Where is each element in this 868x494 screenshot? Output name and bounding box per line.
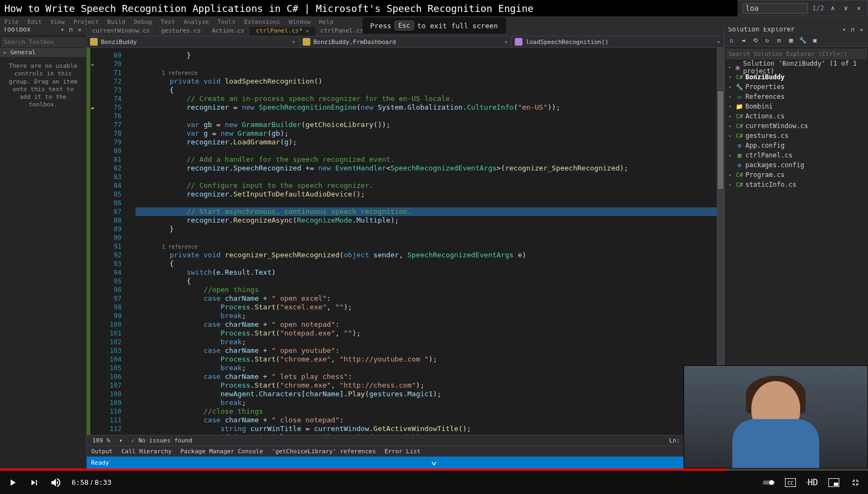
find-input[interactable] [743, 3, 808, 14]
find-count: 1/2 [812, 4, 824, 12]
find-close-icon[interactable]: ✕ [854, 4, 863, 12]
file-program[interactable]: ▸C#Program.cs [725, 170, 868, 180]
svg-text:CC: CC [788, 480, 794, 486]
toolbox-panel: Toolbox ▾ ⊓ ✕ General There are no usabl… [0, 24, 87, 468]
autoplay-toggle[interactable] [763, 477, 775, 489]
exit-fullscreen-icon[interactable] [850, 477, 861, 489]
preview-icon[interactable]: ▣ [810, 36, 819, 45]
method-icon [515, 38, 522, 46]
svg-rect-5 [834, 483, 838, 486]
fullscreen-hint: Press Esc to exit full screen [362, 17, 506, 34]
file-appconfig[interactable]: ⚙App.config [725, 141, 868, 150]
captions-icon[interactable]: CC [784, 477, 796, 489]
toolbox-empty-message: There are no usable controls in this gro… [0, 57, 86, 115]
esc-key: Esc [394, 21, 414, 30]
youtube-player-controls: 6:58 / 8:33 CC HD [0, 468, 868, 494]
zoom-level[interactable]: 109 % [92, 437, 110, 444]
tab-error-list[interactable]: Error List [380, 447, 425, 456]
tab-pkg-mgr[interactable]: Package Manager Console [176, 447, 267, 456]
tab-references[interactable]: 'getChoiceLibrary' references [267, 447, 380, 456]
time-display: 6:58 / 8:33 [72, 478, 111, 486]
play-button[interactable] [7, 477, 18, 489]
track-changes-gutter [90, 48, 94, 435]
close-icon[interactable]: ✕ [306, 28, 309, 34]
show-all-icon[interactable]: ▦ [787, 36, 795, 45]
properties-node[interactable]: ▸🔧Properties [725, 82, 868, 92]
class-icon [303, 38, 310, 46]
file-packages[interactable]: ⚙packages.config [725, 160, 868, 170]
toolbox-search-input[interactable] [1, 37, 85, 47]
bottom-tool-tabs: Output Call Hierarchy Package Manager Co… [87, 446, 724, 457]
fold-gutter[interactable] [126, 48, 133, 435]
references-node[interactable]: ▸▭References [725, 92, 868, 102]
solution-toolbar: ⌂ ◄ ⟲ ↻ ⊟ ▦ 🔧 ▣ [725, 35, 868, 47]
issues-indicator[interactable]: No issues found [131, 437, 193, 444]
miniplayer-icon[interactable] [828, 477, 840, 489]
find-next-icon[interactable]: ∨ [841, 4, 850, 12]
properties-icon[interactable]: 🔧 [799, 36, 807, 45]
home-icon[interactable]: ⌂ [727, 36, 736, 45]
nav-class[interactable]: BonziBuddy.FrmDashboard▾ [299, 36, 512, 47]
chevron-down-icon[interactable]: ⌄ [431, 454, 437, 467]
find-bar: 1/2 ∧ ∨ ✕ [738, 0, 868, 16]
tab-call-hierarchy[interactable]: Call Hierarchy [117, 447, 176, 456]
scrollbar-thumb[interactable] [718, 91, 723, 189]
solution-node[interactable]: ▾▣Solution 'BonziBuddy' (1 of 1 project) [725, 62, 868, 72]
settings-icon[interactable]: HD [806, 477, 818, 489]
video-title: How to Write Speech Recognition Applicat… [4, 3, 533, 14]
nav-bar: BonziBuddy▾ BonziBuddy.FrmDashboard▾ loa… [87, 36, 724, 48]
csharp-project-icon [90, 38, 98, 46]
volume-icon[interactable] [50, 477, 62, 489]
code-area[interactable]: } 1 reference private void loadSpeechRec… [133, 48, 717, 435]
nav-project[interactable]: BonziBuddy▾ [87, 36, 299, 47]
line-number-gutter: 6970717273747576777879808182838485868788… [94, 48, 126, 435]
collapse-icon[interactable]: ⊟ [775, 36, 783, 45]
code-editor[interactable]: 6970717273747576777879808182838485868788… [87, 48, 724, 435]
svg-point-1 [769, 480, 774, 485]
file-ctrlpanel[interactable]: ▸▦ctrlPanel.cs [725, 150, 868, 160]
vs-status-bar: Ready [87, 457, 724, 468]
sync-icon[interactable]: ⟲ [751, 36, 760, 45]
file-gestures[interactable]: ▸C#gestures.cs [725, 131, 868, 141]
editor-status-bar: 109 % ▾ No issues found Ln: 87 Ch: 30 [87, 435, 724, 446]
webcam-overlay [684, 365, 868, 468]
nav-method[interactable]: loadSpeechRecognition()▾ [512, 36, 724, 47]
back-icon[interactable]: ◄ [739, 36, 748, 45]
progress-bar[interactable] [0, 468, 868, 471]
file-actions[interactable]: ▸C#Actions.cs [725, 111, 868, 121]
folder-bombini[interactable]: ▾📁Bombini [725, 102, 868, 111]
solution-search-input[interactable] [726, 49, 867, 59]
tab-output[interactable]: Output [87, 447, 117, 456]
next-button[interactable] [28, 477, 40, 489]
refresh-icon[interactable]: ↻ [763, 36, 771, 45]
toolbox-category-general[interactable]: General [0, 48, 86, 57]
find-prev-icon[interactable]: ∧ [828, 4, 837, 12]
file-currentwindow[interactable]: ▸C#currentWindow.cs [725, 121, 868, 131]
file-staticinfo[interactable]: ▸C#staticInfo.cs [725, 180, 868, 189]
